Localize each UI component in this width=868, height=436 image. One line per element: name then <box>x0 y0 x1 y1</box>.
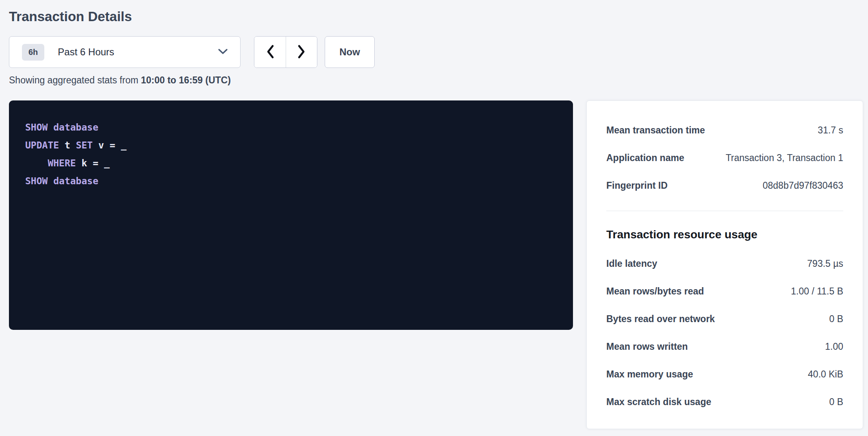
stat-label: Max scratch disk usage <box>606 396 711 408</box>
sql-keyword: WHERE <box>48 158 76 168</box>
sql-keyword: SHOW database <box>25 122 98 133</box>
time-range-dropdown[interactable]: 6h Past 6 Hours <box>9 36 241 68</box>
sql-text: k = _ <box>76 158 110 168</box>
next-time-button[interactable] <box>286 37 317 68</box>
stat-row: Max memory usage40.0 KiB <box>606 368 843 380</box>
stat-value: 40.0 KiB <box>808 368 843 380</box>
stat-value: 1.00 <box>825 341 843 352</box>
sql-line: WHERE k = _ <box>25 154 557 172</box>
stat-row: Fingerprint ID08d8b7d97f830463 <box>606 180 843 191</box>
transaction-stats-card: Mean transaction time31.7 sApplication n… <box>586 100 863 429</box>
stat-label: Mean rows/bytes read <box>606 286 704 297</box>
time-toolbar: 6h Past 6 Hours Now <box>9 36 863 68</box>
stat-label: Application name <box>606 152 684 164</box>
chevron-right-icon <box>297 44 306 60</box>
sql-keyword: UPDATE <box>25 140 59 150</box>
stat-value: 793.5 µs <box>807 258 843 269</box>
stat-label: Idle latency <box>606 258 657 269</box>
stat-label: Bytes read over network <box>606 313 715 325</box>
stat-row: Mean rows/bytes read1.00 / 11.5 B <box>606 286 843 297</box>
sql-text: t <box>59 140 76 150</box>
time-range-label: Past 6 Hours <box>58 46 218 58</box>
aggregation-note-prefix: Showing aggregated stats from <box>9 75 141 85</box>
stat-label: Max memory usage <box>606 368 693 380</box>
stat-label: Mean transaction time <box>606 124 705 136</box>
stat-label: Mean rows written <box>606 341 688 352</box>
stat-row: Application nameTransaction 3, Transacti… <box>606 152 843 164</box>
sql-text <box>25 158 48 168</box>
chevron-down-icon <box>218 48 228 56</box>
now-button[interactable]: Now <box>325 36 375 68</box>
stat-row: Max scratch disk usage0 B <box>606 396 843 408</box>
stat-value: Transaction 3, Transaction 1 <box>726 152 843 164</box>
sql-line: SHOW database <box>25 172 557 190</box>
card-divider <box>606 211 843 211</box>
page-title: Transaction Details <box>9 8 863 25</box>
stat-value: 31.7 s <box>818 124 843 136</box>
stat-label: Fingerprint ID <box>606 180 668 191</box>
sql-line: SHOW database <box>25 118 557 136</box>
sql-text: v = _ <box>93 140 126 150</box>
overview-rows: Mean transaction time31.7 sApplication n… <box>606 124 843 191</box>
stat-row: Idle latency793.5 µs <box>606 258 843 269</box>
chevron-left-icon <box>266 44 275 60</box>
resource-rows: Idle latency793.5 µsMean rows/bytes read… <box>606 258 843 408</box>
sql-line: UPDATE t SET v = _ <box>25 136 557 154</box>
sql-keyword: SHOW database <box>25 176 98 186</box>
sql-keyword: SET <box>76 140 93 150</box>
stat-value: 1.00 / 11.5 B <box>791 286 843 297</box>
time-range-badge: 6h <box>22 44 44 61</box>
sql-statements-box: SHOW databaseUPDATE t SET v = _ WHERE k … <box>9 100 573 330</box>
aggregation-note-range: 10:00 to 16:59 (UTC) <box>141 75 231 85</box>
stat-row: Bytes read over network0 B <box>606 313 843 325</box>
stat-value: 08d8b7d97f830463 <box>763 180 843 191</box>
aggregation-note: Showing aggregated stats from 10:00 to 1… <box>9 75 863 85</box>
stat-value: 0 B <box>829 396 843 408</box>
prev-time-button[interactable] <box>254 37 286 68</box>
stat-row: Mean transaction time31.7 s <box>606 124 843 136</box>
stat-value: 0 B <box>829 313 843 325</box>
main-content: SHOW databaseUPDATE t SET v = _ WHERE k … <box>9 100 863 429</box>
time-nav-group <box>254 36 317 68</box>
stat-row: Mean rows written1.00 <box>606 341 843 352</box>
resource-usage-heading: Transaction resource usage <box>606 228 843 242</box>
